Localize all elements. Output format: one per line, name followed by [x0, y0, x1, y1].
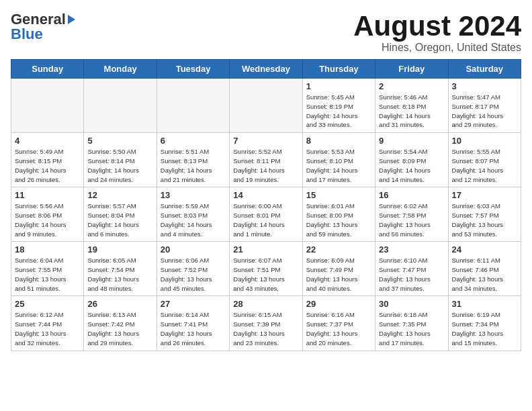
calendar-cell: 22Sunrise: 6:09 AM Sunset: 7:49 PM Dayli…	[302, 242, 375, 296]
calendar-title: August 2024	[353, 11, 521, 42]
calendar-cell: 8Sunrise: 5:53 AM Sunset: 8:10 PM Daylig…	[302, 133, 375, 187]
calendar-cell: 5Sunrise: 5:50 AM Sunset: 8:14 PM Daylig…	[84, 133, 157, 187]
calendar-cell: 31Sunrise: 6:19 AM Sunset: 7:34 PM Dayli…	[448, 296, 521, 351]
day-info: Sunrise: 6:13 AM Sunset: 7:42 PM Dayligh…	[87, 310, 152, 347]
calendar-cell	[84, 79, 157, 133]
day-number: 26	[87, 299, 152, 309]
calendar-cell: 30Sunrise: 6:18 AM Sunset: 7:35 PM Dayli…	[375, 296, 448, 351]
day-info: Sunrise: 6:05 AM Sunset: 7:54 PM Dayligh…	[87, 256, 152, 293]
logo-blue-text: Blue	[11, 26, 43, 43]
calendar-cell: 20Sunrise: 6:06 AM Sunset: 7:52 PM Dayli…	[157, 242, 229, 296]
day-info: Sunrise: 6:18 AM Sunset: 7:35 PM Dayligh…	[379, 310, 444, 347]
calendar-cell: 29Sunrise: 6:16 AM Sunset: 7:37 PM Dayli…	[302, 296, 375, 351]
day-number: 2	[379, 81, 444, 91]
calendar-cell: 23Sunrise: 6:10 AM Sunset: 7:47 PM Dayli…	[375, 242, 448, 296]
calendar-cell	[230, 79, 302, 133]
day-number: 7	[233, 136, 298, 146]
day-info: Sunrise: 6:14 AM Sunset: 7:41 PM Dayligh…	[161, 310, 226, 347]
day-info: Sunrise: 6:15 AM Sunset: 7:39 PM Dayligh…	[233, 310, 298, 347]
day-info: Sunrise: 5:47 AM Sunset: 8:17 PM Dayligh…	[452, 93, 517, 130]
day-number: 13	[161, 190, 226, 200]
day-info: Sunrise: 6:11 AM Sunset: 7:46 PM Dayligh…	[452, 256, 517, 293]
day-number: 5	[87, 136, 152, 146]
header-row: Sunday Monday Tuesday Wednesday Thursday…	[11, 60, 521, 79]
col-saturday: Saturday	[448, 60, 521, 79]
calendar-cell: 24Sunrise: 6:11 AM Sunset: 7:46 PM Dayli…	[448, 242, 521, 296]
day-info: Sunrise: 5:55 AM Sunset: 8:07 PM Dayligh…	[452, 147, 517, 184]
day-number: 1	[306, 81, 371, 91]
calendar-week-3: 11Sunrise: 5:56 AM Sunset: 8:06 PM Dayli…	[11, 187, 521, 242]
day-number: 12	[87, 190, 152, 200]
calendar-week-1: 1Sunrise: 5:45 AM Sunset: 8:19 PM Daylig…	[11, 79, 521, 133]
calendar-cell: 18Sunrise: 6:04 AM Sunset: 7:55 PM Dayli…	[11, 242, 84, 296]
calendar-cell: 12Sunrise: 5:57 AM Sunset: 8:04 PM Dayli…	[84, 187, 157, 242]
day-number: 11	[15, 190, 80, 200]
day-info: Sunrise: 5:53 AM Sunset: 8:10 PM Dayligh…	[306, 147, 371, 184]
day-number: 8	[306, 136, 371, 146]
day-number: 22	[306, 244, 371, 255]
calendar-cell: 11Sunrise: 5:56 AM Sunset: 8:06 PM Dayli…	[11, 187, 84, 242]
day-info: Sunrise: 5:49 AM Sunset: 8:15 PM Dayligh…	[15, 147, 80, 184]
col-wednesday: Wednesday	[230, 60, 302, 79]
day-info: Sunrise: 6:04 AM Sunset: 7:55 PM Dayligh…	[15, 256, 80, 293]
calendar-week-5: 25Sunrise: 6:12 AM Sunset: 7:44 PM Dayli…	[11, 296, 521, 351]
calendar-subtitle: Hines, Oregon, United States	[353, 42, 521, 54]
calendar-cell: 1Sunrise: 5:45 AM Sunset: 8:19 PM Daylig…	[302, 79, 375, 133]
day-info: Sunrise: 6:07 AM Sunset: 7:51 PM Dayligh…	[233, 256, 298, 293]
day-number: 27	[161, 299, 226, 309]
day-info: Sunrise: 6:19 AM Sunset: 7:34 PM Dayligh…	[452, 310, 517, 347]
calendar-cell: 7Sunrise: 5:52 AM Sunset: 8:11 PM Daylig…	[230, 133, 302, 187]
day-number: 15	[306, 190, 371, 200]
day-number: 21	[233, 244, 298, 255]
day-number: 10	[452, 136, 517, 146]
calendar-cell: 15Sunrise: 6:01 AM Sunset: 8:00 PM Dayli…	[302, 187, 375, 242]
calendar-week-4: 18Sunrise: 6:04 AM Sunset: 7:55 PM Dayli…	[11, 242, 521, 296]
col-tuesday: Tuesday	[157, 60, 229, 79]
day-info: Sunrise: 5:50 AM Sunset: 8:14 PM Dayligh…	[87, 147, 152, 184]
calendar-header: Sunday Monday Tuesday Wednesday Thursday…	[11, 60, 521, 79]
title-area: August 2024 Hines, Oregon, United States	[353, 11, 521, 54]
day-number: 29	[306, 299, 371, 309]
day-info: Sunrise: 5:56 AM Sunset: 8:06 PM Dayligh…	[15, 201, 80, 238]
day-number: 28	[233, 299, 298, 309]
calendar-cell: 3Sunrise: 5:47 AM Sunset: 8:17 PM Daylig…	[448, 79, 521, 133]
day-number: 25	[15, 299, 80, 309]
calendar-body: 1Sunrise: 5:45 AM Sunset: 8:19 PM Daylig…	[11, 79, 521, 351]
col-friday: Friday	[375, 60, 448, 79]
calendar-cell	[157, 79, 229, 133]
day-number: 23	[379, 244, 444, 255]
calendar-cell: 6Sunrise: 5:51 AM Sunset: 8:13 PM Daylig…	[157, 133, 229, 187]
calendar-week-2: 4Sunrise: 5:49 AM Sunset: 8:15 PM Daylig…	[11, 133, 521, 187]
day-info: Sunrise: 6:09 AM Sunset: 7:49 PM Dayligh…	[306, 256, 371, 293]
day-info: Sunrise: 5:45 AM Sunset: 8:19 PM Dayligh…	[306, 93, 371, 130]
day-info: Sunrise: 6:12 AM Sunset: 7:44 PM Dayligh…	[15, 310, 80, 347]
day-info: Sunrise: 5:46 AM Sunset: 8:18 PM Dayligh…	[379, 93, 444, 130]
day-info: Sunrise: 6:10 AM Sunset: 7:47 PM Dayligh…	[379, 256, 444, 293]
calendar-cell: 13Sunrise: 5:59 AM Sunset: 8:03 PM Dayli…	[157, 187, 229, 242]
day-info: Sunrise: 6:06 AM Sunset: 7:52 PM Dayligh…	[161, 256, 226, 293]
day-info: Sunrise: 6:00 AM Sunset: 8:01 PM Dayligh…	[233, 201, 298, 238]
day-info: Sunrise: 6:02 AM Sunset: 7:58 PM Dayligh…	[379, 201, 444, 238]
col-thursday: Thursday	[302, 60, 375, 79]
header: General Blue August 2024 Hines, Oregon, …	[11, 11, 521, 54]
day-number: 9	[379, 136, 444, 146]
day-number: 14	[233, 190, 298, 200]
day-info: Sunrise: 5:51 AM Sunset: 8:13 PM Dayligh…	[161, 147, 226, 184]
day-number: 18	[15, 244, 80, 255]
col-monday: Monday	[84, 60, 157, 79]
calendar-cell: 4Sunrise: 5:49 AM Sunset: 8:15 PM Daylig…	[11, 133, 84, 187]
calendar-cell: 14Sunrise: 6:00 AM Sunset: 8:01 PM Dayli…	[230, 187, 302, 242]
day-number: 3	[452, 81, 517, 91]
calendar-cell: 9Sunrise: 5:54 AM Sunset: 8:09 PM Daylig…	[375, 133, 448, 187]
calendar-cell	[11, 79, 84, 133]
day-number: 16	[379, 190, 444, 200]
calendar-cell: 27Sunrise: 6:14 AM Sunset: 7:41 PM Dayli…	[157, 296, 229, 351]
day-info: Sunrise: 6:01 AM Sunset: 8:00 PM Dayligh…	[306, 201, 371, 238]
day-number: 6	[161, 136, 226, 146]
calendar-cell: 25Sunrise: 6:12 AM Sunset: 7:44 PM Dayli…	[11, 296, 84, 351]
calendar-cell: 2Sunrise: 5:46 AM Sunset: 8:18 PM Daylig…	[375, 79, 448, 133]
calendar-cell: 26Sunrise: 6:13 AM Sunset: 7:42 PM Dayli…	[84, 296, 157, 351]
day-info: Sunrise: 5:57 AM Sunset: 8:04 PM Dayligh…	[87, 201, 152, 238]
calendar-cell: 19Sunrise: 6:05 AM Sunset: 7:54 PM Dayli…	[84, 242, 157, 296]
calendar-cell: 16Sunrise: 6:02 AM Sunset: 7:58 PM Dayli…	[375, 187, 448, 242]
